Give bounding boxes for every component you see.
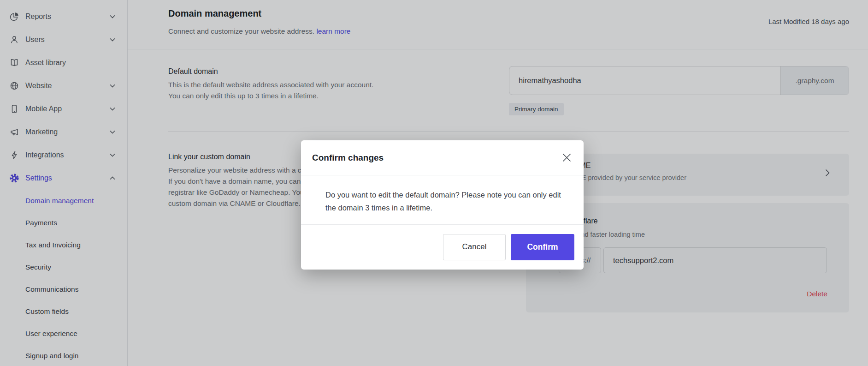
- cancel-button[interactable]: Cancel: [443, 234, 506, 260]
- modal-body-text: Do you want to edit the default domain? …: [301, 175, 584, 225]
- confirm-changes-modal: Confirm changes Do you want to edit the …: [301, 140, 584, 270]
- modal-footer: Cancel Confirm: [301, 225, 584, 269]
- modal-header: Confirm changes: [301, 140, 584, 175]
- confirm-button[interactable]: Confirm: [511, 234, 574, 260]
- modal-title: Confirm changes: [312, 153, 384, 163]
- close-icon[interactable]: [561, 152, 573, 163]
